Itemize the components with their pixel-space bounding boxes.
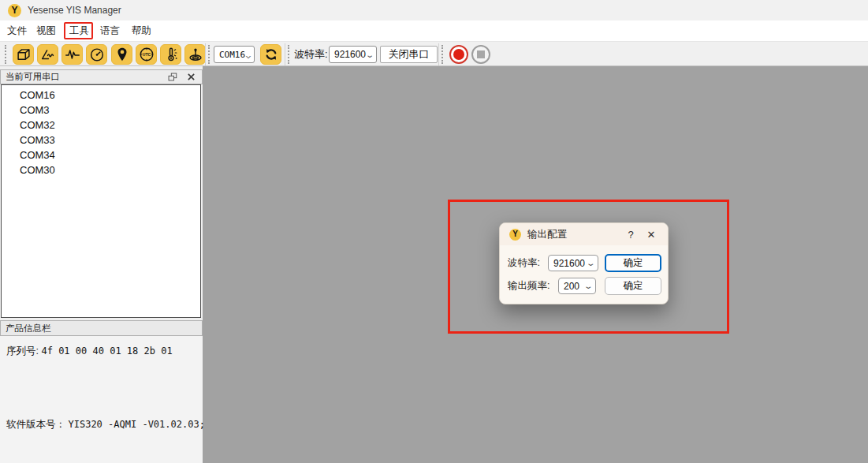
app-window: Y Yesense YIS Manager 文件 视图 工具 语言 帮助 — [0, 0, 868, 463]
baud-rate-label: 波特率: — [294, 42, 328, 67]
angle-waveform-icon[interactable] — [37, 44, 58, 65]
gauge-icon[interactable] — [86, 44, 107, 65]
serial-number-value: 4f 01 00 40 01 18 2b 01 — [41, 345, 172, 357]
ports-panel-header: 当前可用串口 — [0, 69, 203, 84]
dialog-logo-icon: Y — [509, 229, 521, 241]
serial-number-label: 序列号: — [6, 345, 39, 357]
chevron-down-icon: ⌄ — [586, 259, 596, 267]
stop-icon — [477, 50, 485, 58]
dialog-baud-ok-button[interactable]: 确定 — [605, 254, 661, 272]
menu-item-tools[interactable]: 工具 — [69, 21, 89, 41]
chevron-down-icon: ⌄ — [583, 282, 594, 290]
toolbar: UTC COM16 ⌄ 波 — [0, 41, 868, 66]
refresh-ports-button[interactable] — [260, 44, 281, 65]
toolbar-separator — [205, 43, 206, 65]
close-serial-port-button[interactable]: 关闭串口 — [380, 46, 438, 63]
chevron-down-icon: ⌄ — [365, 50, 374, 59]
list-item-port[interactable]: COM32 — [2, 118, 200, 133]
output-config-dialog: Y 输出配置 ? ✕ 波特率: 921600 ⌄ 确定 输出频率: 200 ⌄ … — [499, 222, 669, 304]
chevron-down-icon: ⌄ — [245, 50, 251, 59]
toolbar-separator — [285, 43, 285, 65]
title-bar: Y Yesense YIS Manager — [0, 0, 868, 21]
dialog-frequency-ok-button[interactable]: 确定 — [605, 277, 661, 295]
dialog-frequency-label: 输出频率: — [508, 278, 549, 294]
menu-item-view[interactable]: 视图 — [36, 21, 56, 41]
window-title: Yesense YIS Manager — [28, 5, 121, 16]
waveform-icon[interactable] — [61, 44, 83, 65]
dialog-baud-value: 921600 — [553, 258, 585, 269]
product-info-title: 产品信息栏 — [6, 323, 51, 334]
port-select[interactable]: COM16 ⌄ — [214, 46, 255, 63]
utc-clock-icon[interactable]: UTC — [136, 44, 157, 65]
ports-panel-title: 当前可用串口 — [6, 71, 60, 83]
baud-rate-select[interactable]: 921600 ⌄ — [329, 46, 377, 63]
record-button[interactable] — [449, 45, 468, 64]
list-item-port[interactable]: COM30 — [2, 162, 200, 177]
baud-rate-value: 921600 — [334, 49, 366, 60]
stop-button[interactable] — [471, 45, 490, 64]
toolbar-grip[interactable] — [5, 45, 6, 64]
attitude-gyro-icon[interactable] — [184, 44, 206, 65]
close-icon[interactable] — [184, 72, 197, 83]
cube-3d-icon[interactable] — [13, 44, 34, 65]
toolbar-grip[interactable] — [208, 45, 210, 64]
dialog-baud-select[interactable]: 921600 ⌄ — [548, 255, 598, 271]
available-ports-list[interactable]: COM16 COM3 COM32 COM33 COM34 COM30 — [1, 84, 201, 318]
thermometer-icon[interactable] — [160, 44, 181, 65]
software-version-label: 软件版本号： — [6, 419, 65, 430]
dialog-help-button[interactable]: ? — [624, 229, 638, 241]
serial-number-row: 序列号: 4f 01 00 40 01 18 2b 01 — [6, 345, 173, 358]
record-icon — [453, 49, 464, 60]
menu-bar: 文件 视图 工具 语言 帮助 — [0, 21, 868, 41]
dialog-frequency-value: 200 — [564, 281, 579, 292]
list-item-port[interactable]: COM16 — [2, 88, 200, 103]
dialog-title-bar: Y 输出配置 ? ✕ — [500, 223, 668, 245]
dialog-close-button[interactable]: ✕ — [644, 229, 658, 241]
menu-item-help[interactable]: 帮助 — [132, 21, 151, 41]
app-logo-icon: Y — [8, 4, 21, 17]
list-item-port[interactable]: COM34 — [2, 147, 200, 162]
toolbar-grip[interactable] — [441, 45, 443, 64]
refresh-sync-icon — [263, 46, 280, 63]
location-pin-icon[interactable] — [111, 44, 132, 65]
menu-item-language[interactable]: 语言 — [100, 21, 120, 41]
svg-text:UTC: UTC — [142, 52, 151, 57]
product-info-area: 序列号: 4f 01 00 40 01 18 2b 01 软件版本号： YIS3… — [0, 336, 203, 463]
product-info-header: 产品信息栏 — [0, 320, 203, 336]
software-version-value: YIS320 -AQMI -V01.02.03; — [68, 419, 204, 430]
dialog-baud-label: 波特率: — [508, 255, 540, 271]
software-version-row: 软件版本号： YIS320 -AQMI -V01.02.03; — [6, 418, 205, 431]
port-select-value: COM16 — [219, 50, 245, 60]
dialog-frequency-select[interactable]: 200 ⌄ — [558, 278, 596, 294]
list-item-port[interactable]: COM3 — [2, 103, 200, 118]
toolbar-grip[interactable] — [288, 45, 289, 64]
list-item-port[interactable]: COM33 — [2, 133, 200, 147]
toolbar-separator — [438, 43, 439, 65]
dialog-title: 输出配置 — [527, 228, 567, 241]
menu-item-file[interactable]: 文件 — [7, 21, 27, 41]
left-dock-panel: 当前可用串口 COM16 COM3 COM32 COM33 COM34 COM3… — [0, 66, 203, 463]
float-window-icon[interactable] — [166, 72, 178, 83]
